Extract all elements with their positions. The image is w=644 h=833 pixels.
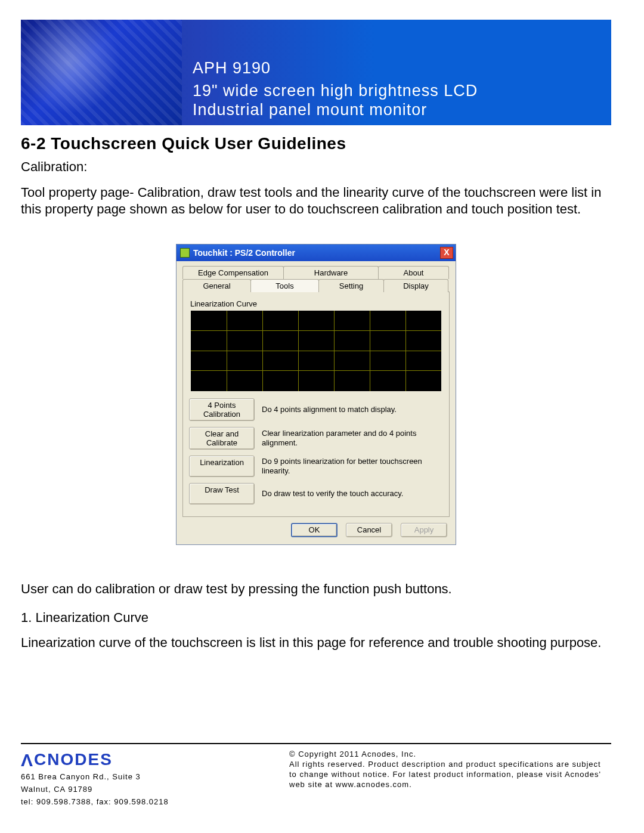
ok-button[interactable]: OK bbox=[291, 523, 338, 537]
tool-row: 4 Points Calibration Do 4 points alignme… bbox=[189, 398, 443, 421]
apply-button: Apply bbox=[401, 523, 447, 537]
product-model: APH 9190 bbox=[193, 59, 604, 78]
product-line1: 19" wide screen high brightness LCD bbox=[193, 81, 604, 100]
tool-row: Clear and Calibrate Clear linearization … bbox=[189, 427, 443, 450]
brand-logo: ΛCNODES bbox=[21, 749, 169, 769]
linearization-heading: 1. Linearization Curve bbox=[21, 609, 611, 626]
touchkit-dialog: Touchkit : PS/2 Controller X Edge Compen… bbox=[176, 244, 456, 545]
footer-divider bbox=[21, 743, 611, 744]
tab-tools[interactable]: Tools bbox=[250, 279, 319, 292]
address-line2: Walnut, CA 91789 bbox=[21, 784, 169, 794]
footer-left: ΛCNODES 661 Brea Canyon Rd., Suite 3 Wal… bbox=[21, 749, 169, 807]
dialog-button-row: OK Cancel Apply bbox=[177, 517, 456, 544]
clear-and-calibrate-desc: Clear linearization parameter and do 4 p… bbox=[262, 429, 443, 448]
tool-rows: 4 Points Calibration Do 4 points alignme… bbox=[189, 398, 443, 504]
product-line2: Industrial panel mount monitor bbox=[193, 100, 604, 119]
copyright-line: © Copyright 2011 Acnodes, Inc. bbox=[289, 749, 611, 759]
four-points-calibration-desc: Do 4 points alignment to match display. bbox=[262, 405, 443, 414]
header-banner: APH 9190 19" wide screen high brightness… bbox=[21, 20, 611, 125]
section-title: 6-2 Touchscreen Quick User Guidelines bbox=[21, 134, 611, 153]
banner-graphic bbox=[21, 20, 182, 125]
tab-general[interactable]: General bbox=[182, 279, 251, 292]
cancel-button[interactable]: Cancel bbox=[346, 523, 392, 537]
intro-paragraph: Tool property page- Calibration, draw te… bbox=[21, 184, 611, 218]
tab-hardware[interactable]: Hardware bbox=[283, 266, 379, 279]
tab-body: Linearization Curve 4 Points Calibration bbox=[182, 292, 450, 517]
linearization-desc: Do 9 points linearization for better tou… bbox=[262, 457, 443, 476]
page-footer: ΛCNODES 661 Brea Canyon Rd., Suite 3 Wal… bbox=[21, 743, 611, 807]
footer-right: © Copyright 2011 Acnodes, Inc. All right… bbox=[289, 749, 611, 789]
tab-edge-compensation[interactable]: Edge Compensation bbox=[182, 266, 284, 279]
close-icon[interactable]: X bbox=[440, 247, 453, 259]
linearization-paragraph: Linearization curve of the touchscreen i… bbox=[21, 634, 611, 651]
tool-row: Linearization Do 9 points linearization … bbox=[189, 456, 443, 477]
address-line3: tel: 909.598.7388, fax: 909.598.0218 bbox=[21, 797, 169, 807]
tabs-area: Edge Compensation Hardware About General… bbox=[177, 261, 456, 517]
tab-about[interactable]: About bbox=[378, 266, 449, 279]
linearization-button[interactable]: Linearization bbox=[189, 456, 255, 477]
legal-text: All rights reserved. Product description… bbox=[289, 759, 611, 789]
tab-setting[interactable]: Setting bbox=[318, 279, 384, 292]
address-line1: 661 Brea Canyon Rd., Suite 3 bbox=[21, 772, 169, 782]
draw-test-desc: Do draw test to verify the touch accurac… bbox=[262, 489, 443, 498]
tab-row-front: General Tools Setting Display bbox=[182, 279, 450, 292]
brand-caret-icon: Λ bbox=[21, 750, 34, 770]
banner-text: APH 9190 19" wide screen high brightness… bbox=[182, 20, 611, 125]
linearization-curve-label: Linearization Curve bbox=[190, 299, 443, 308]
tab-display[interactable]: Display bbox=[383, 279, 448, 292]
tab-row-back: Edge Compensation Hardware About bbox=[182, 266, 450, 279]
clear-and-calibrate-button[interactable]: Clear and Calibrate bbox=[189, 427, 255, 450]
dialog-titlebar: Touchkit : PS/2 Controller X bbox=[177, 244, 456, 261]
dialog-title: Touchkit : PS/2 Controller bbox=[193, 248, 440, 258]
para-calibration-note: User can do calibration or draw test by … bbox=[21, 581, 611, 597]
linearization-curve-box bbox=[191, 311, 441, 391]
draw-test-button[interactable]: Draw Test bbox=[189, 483, 255, 504]
app-icon bbox=[180, 248, 190, 258]
brand-name: CNODES bbox=[34, 750, 113, 769]
page-content: 6-2 Touchscreen Quick User Guidelines Ca… bbox=[21, 134, 611, 663]
four-points-calibration-button[interactable]: 4 Points Calibration bbox=[189, 398, 255, 421]
tool-row: Draw Test Do draw test to verify the tou… bbox=[189, 483, 443, 504]
calibration-label: Calibration: bbox=[21, 159, 611, 175]
